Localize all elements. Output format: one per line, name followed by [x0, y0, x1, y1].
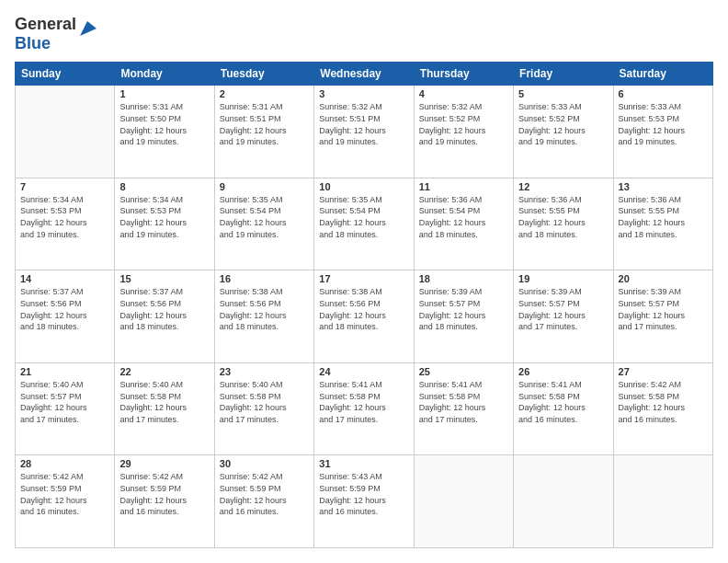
weekday-header-row: SundayMondayTuesdayWednesdayThursdayFrid…: [16, 63, 713, 86]
logo-blue: Blue: [15, 34, 51, 52]
day-number: 3: [319, 88, 408, 99]
day-number: 22: [119, 366, 209, 377]
calendar-cell: 9Sunrise: 5:35 AM Sunset: 5:54 PM Daylig…: [214, 178, 313, 270]
calendar-cell: 7Sunrise: 5:34 AM Sunset: 5:53 PM Daylig…: [16, 178, 115, 270]
calendar-cell: [414, 455, 513, 548]
calendar-week-row: 7Sunrise: 5:34 AM Sunset: 5:53 PM Daylig…: [16, 178, 713, 270]
calendar-cell: 19Sunrise: 5:39 AM Sunset: 5:57 PM Dayli…: [514, 270, 613, 363]
day-info: Sunrise: 5:34 AM Sunset: 5:53 PM Dayligh…: [20, 194, 109, 240]
calendar-cell: 14Sunrise: 5:37 AM Sunset: 5:56 PM Dayli…: [16, 270, 115, 363]
calendar-cell: 12Sunrise: 5:36 AM Sunset: 5:55 PM Dayli…: [514, 178, 613, 270]
weekday-header-tuesday: Tuesday: [214, 63, 313, 86]
calendar-cell: 21Sunrise: 5:40 AM Sunset: 5:57 PM Dayli…: [16, 362, 115, 455]
day-info: Sunrise: 5:31 AM Sunset: 5:51 PM Dayligh…: [220, 101, 309, 147]
day-number: 2: [220, 88, 309, 99]
day-info: Sunrise: 5:39 AM Sunset: 5:57 PM Dayligh…: [619, 286, 708, 332]
day-number: 11: [419, 181, 508, 192]
day-info: Sunrise: 5:31 AM Sunset: 5:50 PM Dayligh…: [119, 101, 209, 147]
day-number: 10: [319, 181, 408, 192]
day-info: Sunrise: 5:37 AM Sunset: 5:56 PM Dayligh…: [119, 286, 209, 332]
calendar-cell: 2Sunrise: 5:31 AM Sunset: 5:51 PM Daylig…: [214, 86, 313, 178]
weekday-header-sunday: Sunday: [16, 63, 115, 86]
day-number: 21: [20, 366, 109, 377]
day-info: Sunrise: 5:38 AM Sunset: 5:56 PM Dayligh…: [319, 286, 408, 332]
day-number: 25: [419, 366, 508, 377]
day-number: 28: [20, 458, 109, 469]
day-info: Sunrise: 5:42 AM Sunset: 5:59 PM Dayligh…: [119, 471, 209, 517]
day-info: Sunrise: 5:42 AM Sunset: 5:59 PM Dayligh…: [220, 471, 309, 517]
day-number: 27: [619, 366, 708, 377]
header: General Blue: [15, 15, 713, 52]
day-info: Sunrise: 5:32 AM Sunset: 5:51 PM Dayligh…: [319, 101, 408, 147]
day-info: Sunrise: 5:40 AM Sunset: 5:58 PM Dayligh…: [220, 379, 309, 425]
day-number: 6: [619, 88, 708, 99]
weekday-header-monday: Monday: [115, 63, 214, 86]
day-info: Sunrise: 5:36 AM Sunset: 5:54 PM Dayligh…: [419, 194, 508, 240]
day-number: 23: [220, 366, 309, 377]
calendar-cell: 20Sunrise: 5:39 AM Sunset: 5:57 PM Dayli…: [613, 270, 712, 363]
calendar-cell: 13Sunrise: 5:36 AM Sunset: 5:55 PM Dayli…: [613, 178, 712, 270]
day-info: Sunrise: 5:42 AM Sunset: 5:59 PM Dayligh…: [20, 471, 109, 517]
day-number: 17: [319, 273, 408, 284]
day-number: 1: [119, 88, 209, 99]
calendar-cell: 25Sunrise: 5:41 AM Sunset: 5:58 PM Dayli…: [414, 362, 513, 455]
calendar-cell: 4Sunrise: 5:32 AM Sunset: 5:52 PM Daylig…: [414, 86, 513, 178]
day-number: 5: [518, 88, 608, 99]
calendar-cell: 15Sunrise: 5:37 AM Sunset: 5:56 PM Dayli…: [115, 270, 214, 363]
day-info: Sunrise: 5:32 AM Sunset: 5:52 PM Dayligh…: [419, 101, 508, 147]
calendar-cell: 30Sunrise: 5:42 AM Sunset: 5:59 PM Dayli…: [214, 455, 313, 548]
weekday-header-wednesday: Wednesday: [314, 63, 414, 86]
day-number: 19: [518, 273, 608, 284]
day-info: Sunrise: 5:39 AM Sunset: 5:57 PM Dayligh…: [419, 286, 508, 332]
calendar-week-row: 1Sunrise: 5:31 AM Sunset: 5:50 PM Daylig…: [16, 86, 713, 178]
day-number: 20: [619, 273, 708, 284]
day-number: 12: [518, 181, 608, 192]
calendar-cell: 6Sunrise: 5:33 AM Sunset: 5:53 PM Daylig…: [613, 86, 712, 178]
logo-general: General: [15, 15, 76, 33]
calendar-cell: 17Sunrise: 5:38 AM Sunset: 5:56 PM Dayli…: [314, 270, 414, 363]
day-number: 15: [119, 273, 209, 284]
day-number: 7: [20, 181, 109, 192]
weekday-header-saturday: Saturday: [613, 63, 712, 86]
day-info: Sunrise: 5:35 AM Sunset: 5:54 PM Dayligh…: [319, 194, 408, 240]
calendar-week-row: 14Sunrise: 5:37 AM Sunset: 5:56 PM Dayli…: [16, 270, 713, 363]
day-info: Sunrise: 5:34 AM Sunset: 5:53 PM Dayligh…: [119, 194, 209, 240]
logo: General Blue: [15, 15, 98, 52]
day-info: Sunrise: 5:37 AM Sunset: 5:56 PM Dayligh…: [20, 286, 109, 332]
calendar-cell: 29Sunrise: 5:42 AM Sunset: 5:59 PM Dayli…: [115, 455, 214, 548]
weekday-header-friday: Friday: [514, 63, 613, 86]
day-number: 9: [220, 181, 309, 192]
day-info: Sunrise: 5:33 AM Sunset: 5:53 PM Dayligh…: [619, 101, 708, 147]
day-info: Sunrise: 5:40 AM Sunset: 5:57 PM Dayligh…: [20, 379, 109, 425]
calendar-cell: 24Sunrise: 5:41 AM Sunset: 5:58 PM Dayli…: [314, 362, 414, 455]
calendar-cell: [16, 86, 115, 178]
day-info: Sunrise: 5:36 AM Sunset: 5:55 PM Dayligh…: [518, 194, 608, 240]
day-number: 30: [220, 458, 309, 469]
page: General Blue SundayMondayTuesdayWednesda…: [0, 0, 728, 563]
day-number: 18: [419, 273, 508, 284]
calendar-cell: 8Sunrise: 5:34 AM Sunset: 5:53 PM Daylig…: [115, 178, 214, 270]
day-number: 26: [518, 366, 608, 377]
weekday-header-thursday: Thursday: [414, 63, 513, 86]
day-number: 13: [619, 181, 708, 192]
calendar-cell: 10Sunrise: 5:35 AM Sunset: 5:54 PM Dayli…: [314, 178, 414, 270]
calendar-week-row: 21Sunrise: 5:40 AM Sunset: 5:57 PM Dayli…: [16, 362, 713, 455]
calendar-cell: 28Sunrise: 5:42 AM Sunset: 5:59 PM Dayli…: [16, 455, 115, 548]
day-info: Sunrise: 5:36 AM Sunset: 5:55 PM Dayligh…: [619, 194, 708, 240]
calendar-cell: 26Sunrise: 5:41 AM Sunset: 5:58 PM Dayli…: [514, 362, 613, 455]
svg-marker-0: [80, 21, 97, 36]
day-info: Sunrise: 5:41 AM Sunset: 5:58 PM Dayligh…: [518, 379, 608, 425]
calendar-cell: 1Sunrise: 5:31 AM Sunset: 5:50 PM Daylig…: [115, 86, 214, 178]
day-info: Sunrise: 5:43 AM Sunset: 5:59 PM Dayligh…: [319, 471, 408, 517]
day-info: Sunrise: 5:41 AM Sunset: 5:58 PM Dayligh…: [419, 379, 508, 425]
logo-arrow-icon: [78, 19, 98, 40]
calendar-cell: 22Sunrise: 5:40 AM Sunset: 5:58 PM Dayli…: [115, 362, 214, 455]
day-number: 8: [119, 181, 209, 192]
day-number: 24: [319, 366, 408, 377]
day-number: 29: [119, 458, 209, 469]
day-info: Sunrise: 5:35 AM Sunset: 5:54 PM Dayligh…: [220, 194, 309, 240]
calendar-cell: 27Sunrise: 5:42 AM Sunset: 5:58 PM Dayli…: [613, 362, 712, 455]
day-info: Sunrise: 5:39 AM Sunset: 5:57 PM Dayligh…: [518, 286, 608, 332]
calendar-cell: 5Sunrise: 5:33 AM Sunset: 5:52 PM Daylig…: [514, 86, 613, 178]
day-info: Sunrise: 5:42 AM Sunset: 5:58 PM Dayligh…: [619, 379, 708, 425]
